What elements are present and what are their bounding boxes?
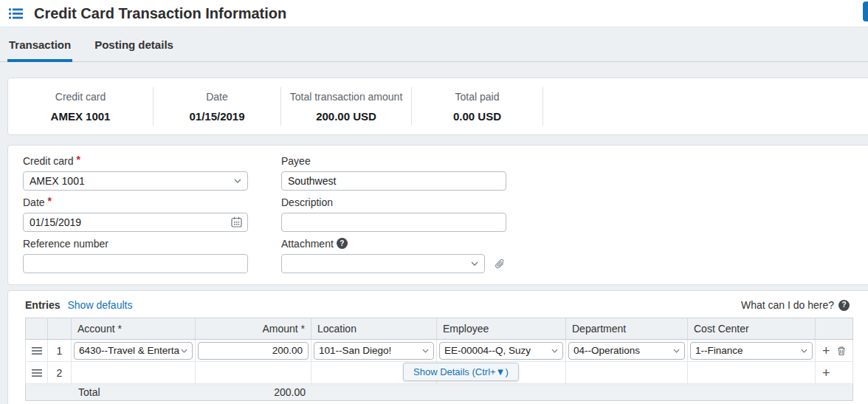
summary-total-transaction-amount: Total transaction amount 200.00 USD xyxy=(281,87,412,126)
tab-transaction[interactable]: Transaction xyxy=(7,27,72,61)
chevron-down-icon xyxy=(551,349,558,353)
amount-input[interactable] xyxy=(198,342,309,360)
summary-value: 01/15/2019 xyxy=(189,110,244,123)
drag-handle-icon[interactable] xyxy=(28,369,45,377)
payee-field: Payee xyxy=(281,155,506,191)
credit-card-select[interactable]: AMEX 1001 xyxy=(23,171,248,191)
total-label: Total xyxy=(72,386,196,398)
transaction-form-card: Credit card * AMEX 1001 Date * xyxy=(7,145,868,285)
select-value: EE-00004--Q, Suzy xyxy=(444,345,551,356)
list-menu-icon[interactable] xyxy=(9,7,23,23)
help-icon[interactable]: ? xyxy=(337,238,348,249)
cost-center-select[interactable]: 1--Finance xyxy=(690,342,813,360)
add-row-icon[interactable]: + xyxy=(822,344,830,357)
what-can-i-do-here-link[interactable]: What can I do here? xyxy=(741,299,834,311)
actions-column-header xyxy=(816,318,854,339)
attachment-label: Attachment ? xyxy=(281,238,506,250)
entry-row-1: 1 6430--Travel & Enterta 101--San Diego!… xyxy=(25,340,853,362)
list-icon xyxy=(9,7,23,20)
select-value: 04--Operations xyxy=(574,345,673,356)
select-value: 1--Finance xyxy=(695,345,801,356)
location-select[interactable]: 101--San Diego! xyxy=(314,342,434,360)
paperclip-icon[interactable] xyxy=(494,258,506,270)
entries-card: Entries Show defaults What can I do here… xyxy=(7,290,868,404)
page-title: Credit Card Transaction Information xyxy=(34,0,286,27)
summary-credit-card: Credit card AMEX 1001 xyxy=(8,87,154,126)
drag-handle-icon[interactable] xyxy=(28,347,45,355)
summary-value: AMEX 1001 xyxy=(51,110,111,123)
required-asterisk: * xyxy=(48,195,52,207)
delete-row-icon[interactable] xyxy=(837,346,846,356)
add-row-icon[interactable]: + xyxy=(822,366,830,380)
summary-label: Total paid xyxy=(455,91,500,103)
tab-bar: Transaction Posting details xyxy=(0,27,868,62)
summary-value: 200.00 USD xyxy=(316,110,376,123)
account-cell[interactable] xyxy=(72,362,196,383)
chevron-down-icon xyxy=(801,349,807,353)
cost-center-cell: 1--Finance xyxy=(688,340,816,361)
attachment-select[interactable] xyxy=(281,254,485,273)
label-text: Date xyxy=(23,196,45,208)
entries-header: Entries Show defaults What can I do here… xyxy=(8,291,868,318)
label-text: Attachment xyxy=(281,238,334,250)
summary-value: 0.00 USD xyxy=(453,110,501,123)
cost-center-cell[interactable] xyxy=(688,362,816,383)
department-cell[interactable] xyxy=(566,362,688,383)
chevron-down-icon xyxy=(234,179,241,183)
chevron-down-icon xyxy=(181,349,187,353)
credit-card-field: Credit card * AMEX 1001 xyxy=(23,155,248,191)
tab-posting-details[interactable]: Posting details xyxy=(93,27,175,61)
employee-column-header: Employee xyxy=(437,318,566,339)
summary-label: Date xyxy=(206,91,228,103)
description-input[interactable] xyxy=(281,213,506,232)
app-header: Credit Card Transaction Information xyxy=(0,0,868,27)
account-select[interactable]: 6430--Travel & Enterta xyxy=(74,342,193,360)
attachment-field: Attachment ? xyxy=(281,238,506,273)
chevron-down-icon xyxy=(422,349,429,353)
select-value: 101--San Diego! xyxy=(319,345,422,356)
employee-select[interactable]: EE-00004--Q, Suzy xyxy=(439,342,563,360)
entries-table: Account * Amount * Location Employee Dep… xyxy=(25,318,853,401)
show-details-button[interactable]: Show Details (Ctrl+▼) xyxy=(403,363,519,381)
payee-input[interactable] xyxy=(281,171,506,191)
employee-cell: EE-00004--Q, Suzy xyxy=(437,340,566,361)
date-input[interactable] xyxy=(23,213,248,232)
summary-label: Total transaction amount xyxy=(290,91,403,103)
label-text: Reference number xyxy=(23,238,108,250)
row-number: 1 xyxy=(48,340,72,361)
summary-total-paid: Total paid 0.00 USD xyxy=(412,87,543,126)
amount-cell[interactable] xyxy=(196,362,311,383)
entries-title: Entries xyxy=(25,299,60,311)
amount-column-header: Amount * xyxy=(196,318,311,339)
help-icon[interactable]: ? xyxy=(838,300,850,311)
cutoff-action-button[interactable] xyxy=(863,1,868,21)
summary-date: Date 01/15/2019 xyxy=(154,87,281,126)
location-cell: 101--San Diego! xyxy=(311,340,437,361)
reference-number-field: Reference number xyxy=(23,238,248,273)
drag-cell xyxy=(26,362,48,383)
description-label: Description xyxy=(281,196,506,209)
total-amount: 200.00 xyxy=(196,386,311,398)
form-left-column: Credit card * AMEX 1001 Date * xyxy=(23,155,248,284)
show-defaults-link[interactable]: Show defaults xyxy=(67,299,132,311)
drag-cell xyxy=(26,340,48,361)
form-right-column: Payee Description Attachment ? xyxy=(281,155,506,284)
location-column-header: Location xyxy=(311,318,437,339)
row-actions-cell: + xyxy=(816,340,854,361)
calendar-icon[interactable] xyxy=(231,216,242,227)
credit-card-label: Credit card * xyxy=(23,155,248,168)
summary-card: Credit card AMEX 1001 Date 01/15/2019 To… xyxy=(7,78,868,135)
select-value: AMEX 1001 xyxy=(30,175,85,187)
date-label: Date * xyxy=(23,196,248,209)
label-text: Description xyxy=(281,196,333,208)
account-cell: 6430--Travel & Enterta xyxy=(72,340,196,361)
reference-number-input[interactable] xyxy=(23,254,248,273)
row-number: 2 xyxy=(48,362,72,383)
chevron-down-icon xyxy=(673,349,680,353)
description-field: Description xyxy=(281,196,506,232)
required-asterisk: * xyxy=(76,154,80,165)
account-column-header: Account * xyxy=(72,318,196,339)
chevron-down-icon xyxy=(471,261,478,266)
cost-center-column-header: Cost Center xyxy=(688,318,816,339)
department-select[interactable]: 04--Operations xyxy=(568,342,685,360)
